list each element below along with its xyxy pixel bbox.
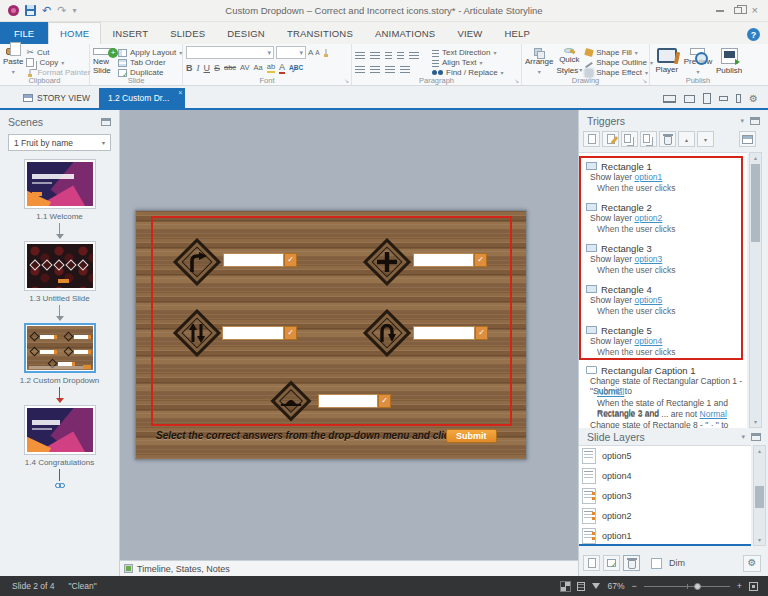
tab-order-button[interactable]: Tab Order	[118, 58, 182, 67]
paste-trigger-button[interactable]	[640, 131, 657, 147]
triggers-scrollbar[interactable]: ▴ ▾	[749, 152, 762, 428]
sign-u-turn[interactable]	[361, 307, 413, 359]
font-color-button[interactable]: A	[279, 62, 285, 74]
timeline-states-notes-bar[interactable]: Timeline, States, Notes	[120, 560, 578, 576]
dropdown-3[interactable]: ✓	[222, 326, 297, 340]
story-view-toggle-icon[interactable]	[561, 582, 570, 591]
zoom-slider[interactable]	[644, 586, 730, 587]
close-button[interactable]: ×	[752, 6, 758, 15]
layers-scrollbar[interactable]: ▴ ▾	[753, 445, 766, 546]
preview-button[interactable]: Preview ▾	[684, 46, 712, 75]
layer-item[interactable]: option1	[579, 526, 751, 546]
font-size-combo[interactable]: ▾	[276, 46, 306, 59]
submit-button[interactable]: Submit	[446, 429, 497, 443]
slide-thumbnail-1-1[interactable]	[24, 159, 96, 209]
trigger-item[interactable]: Rectangle 1 Show layer option1 When the …	[579, 153, 747, 194]
desktop-preview-icon[interactable]	[663, 95, 676, 103]
trigger-item-caption[interactable]: Rectangular Caption 1 Change state of Re…	[579, 358, 747, 428]
increase-indent-icon[interactable]	[397, 51, 404, 59]
phone-landscape-icon[interactable]	[719, 96, 728, 101]
scrollbar-thumb[interactable]	[751, 164, 760, 242]
scroll-down-icon[interactable]: ▾	[754, 535, 765, 545]
collapse-panel-icon[interactable]	[751, 433, 761, 441]
subscript-button[interactable]: abc	[224, 63, 236, 72]
trigger-item[interactable]: Rectangle 3 Show layer option3 When the …	[579, 235, 747, 276]
layer-settings-button[interactable]: ⚙	[743, 555, 761, 572]
phone-portrait-icon[interactable]	[736, 94, 741, 103]
move-trigger-down-button[interactable]: ▾	[697, 131, 714, 147]
change-case-button[interactable]: Aa	[254, 63, 263, 72]
player-button[interactable]: Player	[653, 46, 681, 75]
layer-link[interactable]: option5	[634, 295, 662, 305]
justify-icon[interactable]	[400, 65, 410, 73]
tab-story-view[interactable]: STORY VIEW	[14, 88, 99, 108]
check-button[interactable]: ✓	[284, 253, 297, 267]
dropdown-1[interactable]: ✓	[223, 253, 297, 267]
trigger-item[interactable]: Rectangle 4 Show layer option5 When the …	[579, 276, 747, 317]
font-dialog-launcher-icon[interactable]: ↘	[344, 77, 349, 84]
layer-link[interactable]: option4	[634, 336, 662, 346]
font-family-combo[interactable]: ▾	[186, 46, 274, 59]
layer-item[interactable]: option3	[579, 486, 751, 506]
delete-trigger-button[interactable]	[659, 131, 676, 147]
strikethrough-button[interactable]: S	[214, 63, 220, 73]
spell-check-button[interactable]: ABC	[289, 64, 303, 71]
check-button[interactable]: ✓	[284, 326, 297, 340]
chevron-down-icon[interactable]: ▾	[741, 433, 745, 441]
grow-font-button[interactable]: A	[308, 46, 313, 59]
dropdown-field[interactable]	[318, 394, 378, 408]
collapse-panel-icon[interactable]	[101, 118, 111, 126]
tab-insert[interactable]: INSERT	[101, 22, 159, 44]
paste-button[interactable]: Paste ▾	[3, 46, 23, 75]
tab-help[interactable]: HELP	[493, 22, 541, 44]
publish-button[interactable]: Publish	[715, 46, 743, 75]
state-link[interactable]: Normal	[597, 387, 624, 397]
chevron-down-icon[interactable]: ▾	[740, 117, 744, 125]
align-right-icon[interactable]	[385, 65, 395, 73]
bold-button[interactable]: B	[186, 63, 193, 73]
tab-animations[interactable]: ANIMATIONS	[364, 22, 446, 44]
shape-outline-button[interactable]: Shape Outline▾	[585, 58, 653, 67]
layer-link[interactable]: option1	[634, 172, 662, 182]
trigger-item[interactable]: Rectangle 2 Show layer option2 When the …	[579, 194, 747, 235]
tab-current-slide[interactable]: 1.2 Custom Dr... ×	[99, 88, 185, 108]
layer-item[interactable]: option4	[579, 466, 751, 486]
tab-home[interactable]: HOME	[48, 22, 101, 44]
dropdown-field[interactable]	[413, 253, 474, 267]
align-center-icon[interactable]	[370, 65, 380, 73]
tab-design[interactable]: DESIGN	[216, 22, 276, 44]
arrange-button[interactable]: Arrange ▾	[525, 46, 553, 75]
layer-link[interactable]: option3	[634, 254, 662, 264]
zoom-out-icon[interactable]: −	[631, 581, 636, 591]
bullets-icon[interactable]	[355, 51, 365, 59]
edit-layer-button[interactable]	[603, 555, 620, 571]
underline-button[interactable]: U	[204, 63, 211, 73]
align-left-icon[interactable]	[355, 65, 365, 73]
scroll-up-icon[interactable]: ▴	[750, 153, 761, 163]
dropdown-5[interactable]: ✓	[318, 394, 391, 408]
fit-view-icon[interactable]	[592, 583, 600, 589]
tab-file[interactable]: FILE	[0, 22, 48, 44]
slide-view-toggle-icon[interactable]	[577, 582, 585, 591]
new-slide-button[interactable]: New Slide	[93, 46, 115, 75]
state-link[interactable]: Normal	[700, 409, 727, 419]
sign-speed-bump[interactable]	[268, 378, 314, 424]
edit-trigger-button[interactable]	[602, 131, 619, 147]
slide-canvas[interactable]: ✓ ✓ ✓	[135, 210, 527, 460]
apply-layout-button[interactable]: Apply Layout▾	[118, 48, 182, 57]
tab-view[interactable]: VIEW	[446, 22, 493, 44]
char-spacing-button[interactable]: AV	[240, 63, 249, 72]
slide-thumbnail-1-2-selected[interactable]	[24, 323, 96, 373]
copy-trigger-button[interactable]	[621, 131, 638, 147]
text-direction-button[interactable]: Text Direction▾	[432, 48, 504, 57]
slide-thumbnail-1-3[interactable]	[24, 241, 96, 291]
layer-item[interactable]: option2	[579, 506, 751, 526]
cut-button[interactable]: ✂Cut	[26, 48, 90, 57]
tablet-portrait-icon[interactable]	[703, 93, 711, 104]
check-button[interactable]: ✓	[474, 253, 487, 267]
dim-checkbox[interactable]	[651, 558, 662, 569]
dropdown-2[interactable]: ✓	[413, 253, 487, 267]
tab-transitions[interactable]: TRANSITIONS	[276, 22, 364, 44]
delete-layer-button[interactable]	[623, 555, 640, 571]
quick-styles-button[interactable]: Quick Styles▾	[556, 46, 582, 75]
